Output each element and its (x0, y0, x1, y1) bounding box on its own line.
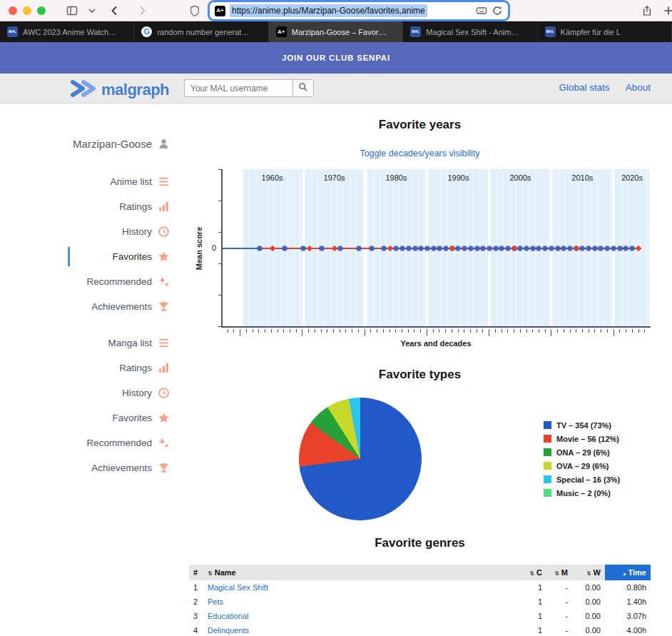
sidebar-item-history[interactable]: History (68, 222, 178, 241)
data-point[interactable] (623, 246, 628, 251)
chevron-down-icon[interactable] (86, 4, 98, 17)
club-banner-text[interactable]: JOIN OUR CLUB SENPAI (282, 54, 390, 62)
sidebar-item-manga-list[interactable]: Manga list (68, 333, 178, 353)
data-point[interactable] (580, 246, 584, 251)
sidebar-item-achievements[interactable]: Achievements (68, 458, 178, 478)
sidebar-username[interactable]: Marzipan-Goose (0, 135, 178, 152)
browser-tab[interactable]: MALMagical Sex Shift - Anim… (403, 21, 537, 42)
forward-icon[interactable] (136, 4, 148, 17)
data-point[interactable] (630, 246, 634, 251)
data-point[interactable] (456, 246, 460, 251)
browser-tab[interactable]: MALKämpfer für die L (538, 21, 672, 42)
address-bar[interactable]: A+ https://anime.plus/Marzipan-Goose/fav… (210, 2, 508, 19)
data-point[interactable] (370, 246, 374, 251)
share-icon[interactable] (641, 4, 653, 17)
data-point[interactable] (282, 246, 287, 251)
data-point[interactable] (400, 246, 404, 251)
data-point[interactable] (469, 246, 473, 251)
data-point[interactable] (357, 246, 361, 251)
back-icon[interactable] (108, 4, 121, 17)
zoom-button[interactable] (37, 6, 46, 15)
data-point[interactable] (556, 246, 560, 251)
search-button[interactable] (292, 79, 314, 97)
global-stats-link[interactable]: Global stats (559, 82, 609, 93)
data-point[interactable] (618, 246, 622, 251)
close-button[interactable] (9, 6, 17, 15)
x-axis-tick (383, 329, 384, 333)
sidebar-item-favorites[interactable]: Favorites (68, 247, 178, 266)
data-point[interactable] (432, 246, 436, 251)
data-point[interactable] (419, 246, 423, 251)
data-point[interactable] (394, 246, 398, 251)
browser-tab[interactable]: Grandom number generat… (134, 21, 268, 42)
data-point[interactable] (425, 246, 429, 251)
sidebar-item-ratings[interactable]: Ratings (68, 197, 178, 216)
data-point[interactable] (549, 246, 554, 251)
about-link[interactable]: About (626, 82, 651, 93)
legend-item-tv[interactable]: TV – 354 (73%) (544, 421, 620, 430)
genre-link[interactable]: Pets (208, 597, 223, 606)
sidebar-item-ratings[interactable]: Ratings (68, 358, 178, 378)
data-point[interactable] (543, 246, 547, 251)
data-point[interactable] (605, 246, 609, 251)
mal-username-input[interactable] (184, 79, 292, 97)
legend-item-ona[interactable]: ONA – 29 (6%) (544, 448, 620, 457)
minimize-button[interactable] (23, 6, 31, 15)
autofill-keyboard-icon[interactable] (476, 5, 487, 16)
malgraph-logo[interactable]: malgraph (68, 79, 169, 101)
privacy-shield-icon[interactable] (188, 4, 201, 17)
legend-item-movie[interactable]: Movie – 56 (12%) (544, 435, 620, 443)
data-point[interactable] (531, 246, 535, 251)
data-point[interactable] (481, 246, 485, 251)
data-point[interactable] (586, 246, 591, 251)
browser-tab[interactable]: MALAWC 2023 Anime Watch… (0, 21, 134, 42)
sidebar-item-recommended[interactable]: Recommended (68, 433, 178, 453)
data-point[interactable] (536, 246, 541, 251)
sidebar-item-favorites[interactable]: Favorites (68, 408, 178, 428)
data-point[interactable] (487, 246, 492, 251)
genre-link[interactable]: Educational (208, 612, 249, 620)
data-point[interactable] (561, 246, 566, 251)
sidebar-item-anime-list[interactable]: Anime list (68, 172, 178, 191)
data-point[interactable] (444, 246, 448, 251)
data-point[interactable] (437, 246, 442, 251)
legend-item-music[interactable]: Music – 2 (0%) (544, 489, 620, 498)
decade-label: 1980s (385, 173, 407, 182)
browser-tab[interactable]: A+Marzipan-Goose – Favor… (269, 21, 403, 42)
data-point[interactable] (593, 246, 597, 251)
data-point[interactable] (258, 246, 262, 251)
genres-column-c[interactable]: ⇅C (521, 565, 546, 580)
genres-column-time[interactable]: ▴Time (605, 565, 651, 580)
genre-link[interactable]: Magical Sex Shift (208, 583, 268, 592)
data-point[interactable] (407, 246, 411, 251)
data-point[interactable] (499, 246, 504, 251)
data-point[interactable] (382, 246, 386, 251)
data-point[interactable] (494, 246, 498, 251)
data-point[interactable] (301, 246, 305, 251)
toggle-visibility-link[interactable]: Toggle decades/years visibility (360, 148, 479, 158)
data-point[interactable] (524, 246, 529, 251)
sidebar-toggle-icon[interactable] (66, 4, 78, 17)
sidebar-item-recommended[interactable]: Recommended (68, 272, 178, 291)
genres-column-m[interactable]: ⇅M (546, 565, 572, 580)
data-point[interactable] (599, 246, 603, 251)
data-point[interactable] (506, 246, 510, 251)
sidebar-item-achievements[interactable]: Achievements (68, 297, 178, 316)
types-pie[interactable] (299, 398, 422, 520)
reload-icon[interactable] (492, 5, 503, 16)
new-tab-icon[interactable] (662, 4, 672, 17)
data-point[interactable] (475, 246, 479, 251)
data-point[interactable] (413, 246, 417, 251)
data-point[interactable] (518, 246, 522, 251)
legend-item-ova[interactable]: OVA – 29 (6%) (544, 462, 620, 470)
genre-link[interactable]: Delinquents (208, 626, 249, 635)
genres-column-w[interactable]: ⇅W (572, 565, 605, 580)
sidebar-item-history[interactable]: History (68, 383, 178, 403)
legend-item-special[interactable]: Special – 16 (3%) (544, 475, 620, 484)
data-point[interactable] (338, 246, 342, 251)
data-point[interactable] (611, 246, 616, 251)
genres-column-name[interactable]: ⇅Name (203, 565, 521, 580)
data-point[interactable] (462, 246, 467, 251)
data-point[interactable] (568, 246, 572, 251)
data-point[interactable] (320, 246, 324, 251)
